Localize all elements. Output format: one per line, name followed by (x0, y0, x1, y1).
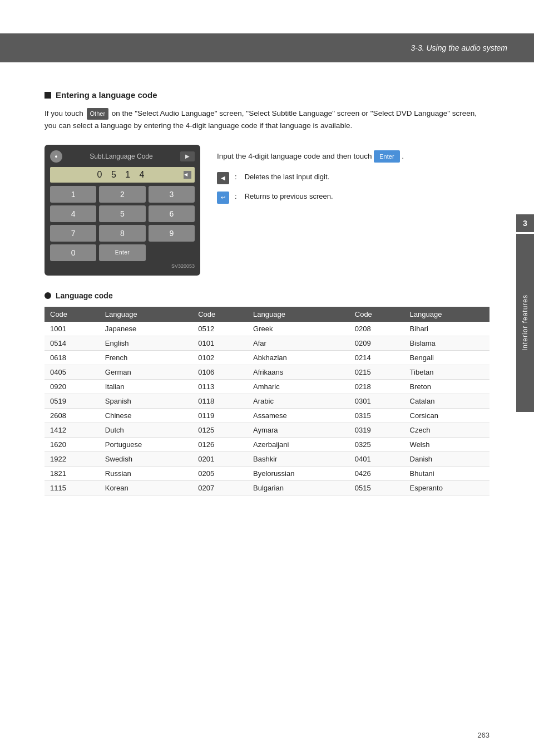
table-cell-7-1: Dutch (100, 423, 192, 437)
back-screen-text: Returns to previous screen. (245, 191, 333, 203)
keypad-top-btn[interactable]: ▶ (180, 151, 195, 161)
table-row: 0519Spanish0118Arabic0301Catalan (44, 394, 490, 408)
table-cell-5-0: 0519 (44, 394, 100, 408)
keypad-key-1[interactable]: 1 (50, 186, 96, 203)
keypad-key-9[interactable]: 9 (149, 225, 195, 242)
keypad-key-enter[interactable]: Enter (99, 244, 145, 261)
keypad-key-4[interactable]: 4 (50, 205, 96, 222)
section-description: If you touch Other on the "Select Audio … (44, 107, 490, 132)
table-cell-3-1: German (100, 365, 192, 379)
keypad-footnote: SV320053 (50, 263, 195, 269)
table-cell-1-2: 0101 (192, 336, 248, 350)
instruction-delete: ◀ : Deletes the last input digit. (217, 171, 490, 184)
keypad-key-6[interactable]: 6 (149, 205, 195, 222)
table-cell-6-0: 2608 (44, 408, 100, 423)
col-header-lang3: Language (404, 307, 490, 322)
table-cell-7-0: 1412 (44, 423, 100, 437)
table-cell-0-3: Greek (248, 322, 349, 336)
table-cell-11-3: Bulgarian (248, 480, 349, 495)
table-cell-0-4: 0208 (349, 322, 404, 336)
table-cell-1-0: 0514 (44, 336, 100, 350)
lang-code-heading: Language code (44, 291, 490, 300)
keypad-key-3[interactable]: 3 (149, 186, 195, 203)
table-cell-10-3: Byelorussian (248, 466, 349, 480)
keypad-key-5[interactable]: 5 (99, 205, 145, 222)
table-cell-6-2: 0119 (192, 408, 248, 423)
table-cell-4-3: Amharic (248, 379, 349, 394)
table-cell-9-0: 1922 (44, 451, 100, 466)
table-cell-7-3: Aymara (248, 423, 349, 437)
table-cell-9-1: Swedish (100, 451, 192, 466)
table-cell-1-5: Bislama (404, 336, 490, 350)
table-cell-8-0: 1620 (44, 437, 100, 451)
table-cell-0-2: 0512 (192, 322, 248, 336)
keypad-delete-btn[interactable]: ◀ (184, 171, 191, 179)
table-row: 1115Korean0207Bulgarian0515Esperanto (44, 480, 490, 495)
table-cell-6-5: Corsican (404, 408, 490, 423)
table-row: 1620Portuguese0126Azerbaijani0325Welsh (44, 437, 490, 451)
instructions-column: Input the 4-digit language code and then… (217, 145, 490, 211)
table-cell-8-4: 0325 (349, 437, 404, 451)
header-title: 3-3. Using the audio system (411, 43, 507, 52)
table-cell-8-2: 0126 (192, 437, 248, 451)
header-bar: 3-3. Using the audio system (0, 33, 534, 62)
table-row: 1001Japanese0512Greek0208Bihari (44, 322, 490, 336)
sidebar-number: 3 (516, 214, 534, 232)
table-row: 0514English0101Afar0209Bislama (44, 336, 490, 350)
keypad-container: ● Subt.Language Code ▶ 0 5 1 4 ◀ 1 2 3 4… (44, 145, 200, 276)
table-cell-10-0: 1821 (44, 466, 100, 480)
table-cell-4-5: Breton (404, 379, 490, 394)
main-content: Entering a language code If you touch Ot… (0, 73, 534, 529)
section-heading: Entering a language code (44, 90, 490, 100)
col-header-lang2: Language (248, 307, 349, 322)
table-cell-2-4: 0214 (349, 350, 404, 365)
lang-code-section: Language code Code Language Code Languag… (44, 291, 490, 495)
keypad-titlebar: ● Subt.Language Code ▶ (50, 150, 195, 163)
table-row: 0618French0102Abkhazian0214Bengali (44, 350, 490, 365)
table-row: 0920Italian0113Amharic0218Breton (44, 379, 490, 394)
table-cell-2-0: 0618 (44, 350, 100, 365)
dot-icon (44, 292, 51, 299)
keypad-key-2[interactable]: 2 (99, 186, 145, 203)
keypad-grid: 1 2 3 4 5 6 7 8 9 0 Enter (50, 186, 195, 261)
other-button[interactable]: Other (87, 108, 109, 119)
table-cell-2-1: French (100, 350, 192, 365)
table-cell-3-5: Tibetan (404, 365, 490, 379)
table-cell-4-2: 0113 (192, 379, 248, 394)
sidebar-tab: Interior features (516, 234, 534, 412)
table-cell-6-3: Assamese (248, 408, 349, 423)
table-cell-11-0: 1115 (44, 480, 100, 495)
keypad-key-8[interactable]: 8 (99, 225, 145, 242)
col-header-code1: Code (44, 307, 100, 322)
table-row: 0405German0106Afrikaans0215Tibetan (44, 365, 490, 379)
table-cell-11-5: Esperanto (404, 480, 490, 495)
keypad-key-7[interactable]: 7 (50, 225, 96, 242)
keypad-screen: ● Subt.Language Code ▶ 0 5 1 4 ◀ 1 2 3 4… (44, 145, 200, 276)
keypad-logo-icon: ● (50, 150, 62, 163)
table-cell-9-5: Danish (404, 451, 490, 466)
language-table: Code Language Code Language Code Languag… (44, 307, 490, 495)
table-cell-0-5: Bihari (404, 322, 490, 336)
back-screen-icon: ↩ (217, 192, 229, 204)
table-cell-0-0: 1001 (44, 322, 100, 336)
table-cell-9-4: 0401 (349, 451, 404, 466)
table-cell-11-1: Korean (100, 480, 192, 495)
table-cell-5-3: Arabic (248, 394, 349, 408)
table-cell-7-2: 0125 (192, 423, 248, 437)
table-cell-7-4: 0319 (349, 423, 404, 437)
table-row: 2608Chinese0119Assamese0315Corsican (44, 408, 490, 423)
enter-button-label[interactable]: Enter (374, 150, 399, 163)
keypad-key-0[interactable]: 0 (50, 244, 96, 261)
delete-digit-icon: ◀ (217, 172, 229, 184)
col-header-lang1: Language (100, 307, 192, 322)
table-cell-1-4: 0209 (349, 336, 404, 350)
table-row: 1412Dutch0125Aymara0319Czech (44, 423, 490, 437)
table-cell-2-3: Abkhazian (248, 350, 349, 365)
keypad-title: Subt.Language Code (62, 153, 180, 160)
heading-square-icon (44, 92, 51, 99)
instruction-main-text: Input the 4-digit language code and then… (217, 150, 490, 163)
two-column-area: ● Subt.Language Code ▶ 0 5 1 4 ◀ 1 2 3 4… (44, 145, 490, 276)
col-header-code3: Code (349, 307, 404, 322)
table-row: 1821Russian0205Byelorussian0426Bhutani (44, 466, 490, 480)
table-cell-6-1: Chinese (100, 408, 192, 423)
